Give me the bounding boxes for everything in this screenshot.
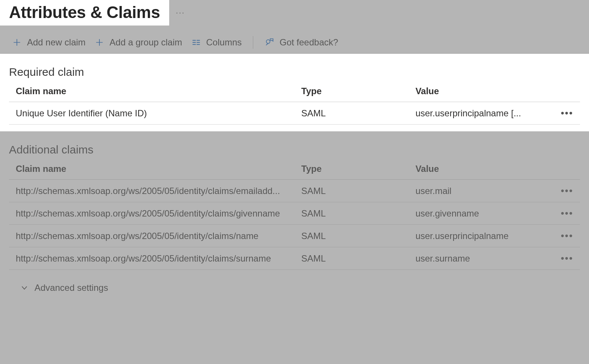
advanced-settings-toggle[interactable]: Advanced settings [9, 270, 580, 293]
cell-value: user.givenname [409, 202, 545, 225]
feedback-button[interactable]: Got feedback? [264, 37, 338, 48]
feedback-icon [264, 38, 274, 47]
page-title-box: Attributes & Claims [0, 0, 169, 26]
table-row[interactable]: http://schemas.xmlsoap.org/ws/2005/05/id… [9, 202, 580, 225]
table-row[interactable]: http://schemas.xmlsoap.org/ws/2005/05/id… [9, 180, 580, 202]
col-claim-name[interactable]: Claim name [9, 82, 294, 102]
command-bar-divider [253, 36, 253, 49]
add-group-claim-button[interactable]: Add a group claim [95, 37, 182, 48]
row-more-icon[interactable]: ••• [561, 107, 573, 119]
cell-claim-name: http://schemas.xmlsoap.org/ws/2005/05/id… [9, 180, 294, 202]
cell-value: user.mail [409, 180, 545, 202]
additional-claims-title: Additional claims [9, 143, 580, 156]
add-group-claim-label: Add a group claim [110, 37, 182, 48]
cell-type: SAML [294, 247, 409, 270]
cell-type: SAML [294, 225, 409, 247]
cell-value: user.userprincipalname [... [409, 102, 545, 125]
required-claim-table: Claim name Type Value Unique User Identi… [9, 82, 580, 125]
row-more-icon[interactable]: ••• [561, 253, 573, 264]
col-value[interactable]: Value [409, 160, 545, 180]
table-row[interactable]: Unique User Identifier (Name ID) SAML us… [9, 102, 580, 125]
col-type[interactable]: Type [294, 82, 409, 102]
required-claim-title: Required claim [9, 66, 580, 78]
additional-claims-table: Claim name Type Value http://schemas.xml… [9, 160, 580, 270]
cell-claim-name: http://schemas.xmlsoap.org/ws/2005/05/id… [9, 202, 294, 225]
svg-point-0 [266, 40, 270, 44]
row-more-icon[interactable]: ••• [561, 208, 573, 219]
cell-claim-name: http://schemas.xmlsoap.org/ws/2005/05/id… [9, 247, 294, 270]
add-new-claim-button[interactable]: Add new claim [12, 37, 86, 48]
required-claim-section: Required claim Claim name Type Value Uni… [0, 54, 589, 131]
row-more-icon[interactable]: ••• [561, 185, 573, 197]
cell-claim-name: Unique User Identifier (Name ID) [9, 102, 294, 125]
advanced-settings-label: Advanced settings [35, 283, 108, 293]
col-value[interactable]: Value [409, 82, 545, 102]
add-new-claim-label: Add new claim [27, 37, 86, 48]
row-more-icon[interactable]: ••• [561, 230, 573, 242]
col-actions [546, 82, 580, 102]
plus-icon [95, 38, 104, 47]
feedback-label: Got feedback? [279, 37, 338, 48]
command-bar: Add new claim Add a group claim Columns [0, 26, 589, 54]
col-actions [546, 160, 580, 180]
table-row[interactable]: http://schemas.xmlsoap.org/ws/2005/05/id… [9, 247, 580, 270]
col-claim-name[interactable]: Claim name [9, 160, 294, 180]
col-type[interactable]: Type [294, 160, 409, 180]
table-row[interactable]: http://schemas.xmlsoap.org/ws/2005/05/id… [9, 225, 580, 247]
columns-button[interactable]: Columns [191, 37, 242, 48]
columns-label: Columns [206, 37, 242, 48]
cell-type: SAML [294, 102, 409, 125]
chevron-down-icon [20, 284, 29, 292]
additional-claims-section: Additional claims Claim name Type Value … [0, 131, 589, 293]
cell-type: SAML [294, 180, 409, 202]
page-title: Attributes & Claims [9, 3, 160, 21]
columns-icon [191, 38, 201, 47]
title-more-button[interactable]: ··· [176, 8, 185, 18]
cell-claim-name: http://schemas.xmlsoap.org/ws/2005/05/id… [9, 225, 294, 247]
cell-value: user.userprincipalname [409, 225, 545, 247]
cell-value: user.surname [409, 247, 545, 270]
plus-icon [12, 38, 22, 47]
cell-type: SAML [294, 202, 409, 225]
